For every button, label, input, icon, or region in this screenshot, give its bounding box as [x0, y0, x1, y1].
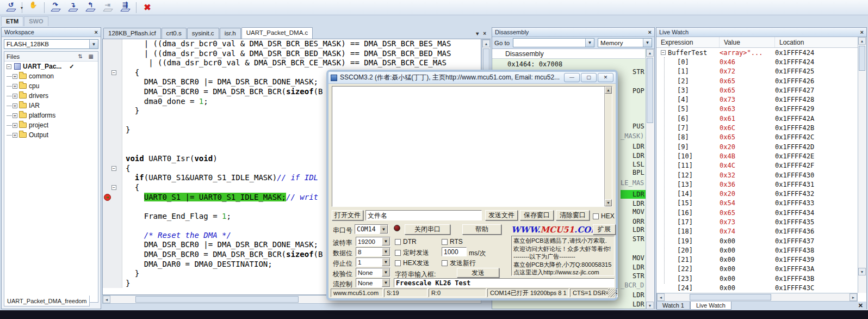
toolbar-go-button[interactable]: ⇶: [117, 1, 133, 14]
fold-minus-icon[interactable]: −: [111, 70, 116, 75]
checkbox-icon[interactable]: [593, 213, 599, 219]
scroll-up-icon[interactable]: ▲: [858, 37, 866, 45]
hex-send-checkbox[interactable]: HEX发送: [395, 259, 430, 268]
scrollbar-thumb[interactable]: [135, 296, 299, 303]
tab-UART_Packet_DMA.c[interactable]: UART_Packet_DMA.c: [241, 27, 313, 39]
watch-row[interactable]: [11]0x4C0x1FFFF42F: [656, 161, 858, 170]
gutter[interactable]: [103, 221, 122, 231]
watch-row[interactable]: [8]0x650x1FFFF42C: [656, 133, 858, 142]
expand-plus-icon[interactable]: +: [13, 123, 17, 128]
sidebar-item-project[interactable]: − UART_Pac... ✓: [4, 62, 98, 71]
checkbox-icon[interactable]: [442, 239, 448, 245]
chevron-down-icon[interactable]: ▾: [21, 5, 23, 10]
close-icon[interactable]: ×: [648, 29, 652, 35]
chevron-down-icon[interactable]: ▼: [382, 268, 390, 277]
watch-row[interactable]: [20]0x000x1FFFF438: [656, 246, 858, 255]
watch-vertical-scrollbar[interactable]: ▲ ▼: [858, 37, 866, 293]
extend-button[interactable]: 扩展: [593, 224, 616, 235]
scroll-up-icon[interactable]: ▲: [605, 87, 612, 94]
expand-plus-icon[interactable]: +: [13, 133, 17, 138]
baud-select[interactable]: 19200 ▼: [356, 237, 390, 246]
scrollbar-thumb[interactable]: [647, 58, 653, 123]
watch-row[interactable]: [1]0x720x1FFFF425: [656, 67, 858, 76]
gutter[interactable]: [103, 250, 122, 260]
scroll-down-icon[interactable]: ▼: [858, 268, 866, 275]
goto-address-combobox[interactable]: ▼: [513, 38, 594, 47]
column-value[interactable]: Value: [720, 37, 775, 47]
scroll-left-icon[interactable]: ◄: [657, 293, 665, 301]
files-header-icons[interactable]: ⇅ ▦: [78, 53, 96, 59]
open-file-button[interactable]: 打开文件: [332, 210, 363, 220]
watch-row[interactable]: [14]0x200x1FFFF432: [656, 189, 858, 198]
gutter[interactable]: [103, 58, 122, 68]
chevron-down-icon[interactable]: ▼: [380, 225, 388, 234]
port-select[interactable]: COM14 ▼: [355, 224, 388, 234]
hex-display-checkbox[interactable]: HEX显示: [593, 212, 615, 221]
gutter[interactable]: [103, 154, 122, 164]
column-expression[interactable]: Expression: [656, 37, 720, 47]
gutter[interactable]: −: [103, 68, 122, 78]
scrollbar-thumb[interactable]: [690, 294, 771, 300]
toolbar-break-button[interactable]: ✋: [25, 1, 41, 14]
databits-select[interactable]: 8 ▼: [356, 247, 390, 256]
gutter[interactable]: [103, 279, 122, 289]
memory-view-dropdown[interactable]: Memory ▼: [598, 38, 652, 47]
column-location[interactable]: Location: [775, 37, 858, 47]
watch-row[interactable]: [23]0x000x1FFFF43B: [656, 274, 858, 283]
disassembly-scrollbar[interactable]: ▲ ▼: [646, 49, 654, 309]
gutter[interactable]: [103, 202, 122, 212]
gutter[interactable]: [103, 240, 122, 250]
close-icon[interactable]: ×: [860, 29, 864, 35]
sidebar-item-iar[interactable]: +IAR: [4, 101, 98, 111]
chevron-down-icon[interactable]: ▼: [643, 39, 652, 47]
gutter[interactable]: [103, 106, 122, 116]
interval-input[interactable]: 1000: [442, 247, 467, 256]
watch-row[interactable]: [7]0x6C0x1FFFF42B: [656, 123, 858, 132]
parity-select[interactable]: None ▼: [356, 268, 390, 277]
toolbar-step-over-button[interactable]: ↷: [47, 1, 64, 14]
expand-plus-icon[interactable]: +: [13, 103, 17, 108]
clear-window-button[interactable]: 清除窗口: [556, 210, 590, 220]
gutter[interactable]: −: [103, 164, 122, 174]
save-window-button[interactable]: 保存窗口: [520, 210, 554, 220]
collapse-minus-icon[interactable]: −: [661, 50, 666, 55]
gutter[interactable]: [103, 77, 122, 87]
tab-etm[interactable]: ETM: [1, 16, 23, 26]
tab-isr.h[interactable]: isr.h: [220, 28, 241, 39]
close-icon[interactable]: ×: [95, 29, 98, 35]
watch-row[interactable]: [18]0x740x1FFFF436: [656, 227, 858, 236]
scroll-right-icon[interactable]: ►: [850, 293, 857, 301]
expand-plus-icon[interactable]: +: [13, 74, 17, 79]
close-icon[interactable]: ✕: [858, 302, 866, 310]
watch-row[interactable]: [4]0x730x1FFFF428: [656, 95, 858, 104]
sidebar-item-drivers[interactable]: +drivers: [4, 91, 98, 101]
fold-minus-icon[interactable]: −: [111, 166, 116, 171]
checkbox-icon[interactable]: [442, 260, 448, 266]
watch-row[interactable]: [3]0x650x1FFFF427: [656, 85, 858, 95]
chevron-down-icon[interactable]: ▼: [585, 39, 594, 47]
send-button[interactable]: 发送: [457, 268, 499, 278]
timed-send-checkbox[interactable]: 定时发送: [395, 248, 429, 257]
tab-swo[interactable]: SWO: [24, 16, 48, 26]
gutter[interactable]: [103, 173, 122, 183]
watch-row[interactable]: [24]0x000x1FFFF43C: [656, 283, 858, 292]
gutter[interactable]: [103, 39, 122, 49]
watch-row[interactable]: [0]0x460x1FFFF424: [656, 57, 858, 66]
checkbox-icon[interactable]: [395, 239, 401, 245]
sidebar-item-project[interactable]: +project: [4, 120, 98, 130]
watch-row[interactable]: [13]0x360x1FFFF431: [656, 180, 858, 189]
watch-row[interactable]: [19]0x000x1FFFF437: [656, 236, 858, 246]
watch-row[interactable]: [15]0x540x1FFFF433: [656, 199, 858, 208]
watch-row[interactable]: [6]0x610x1FFFF42A: [656, 114, 858, 123]
collapse-minus-icon[interactable]: −: [7, 64, 11, 69]
fold-minus-icon[interactable]: −: [111, 185, 116, 190]
tab-sysinit.c[interactable]: sysinit.c: [187, 28, 219, 39]
scroll-left-icon[interactable]: ◄: [103, 296, 110, 303]
toolbar-step-out-button[interactable]: ↰: [82, 1, 98, 14]
close-port-button[interactable]: 关闭串口: [405, 224, 450, 235]
checkbox-icon[interactable]: [395, 250, 401, 256]
scrollbar-thumb[interactable]: [859, 46, 865, 71]
scroll-up-icon[interactable]: ▲: [646, 49, 654, 57]
gutter[interactable]: −: [103, 183, 122, 193]
watch-row[interactable]: −BufferTest<array>"...0x1FFFF424: [656, 48, 858, 57]
